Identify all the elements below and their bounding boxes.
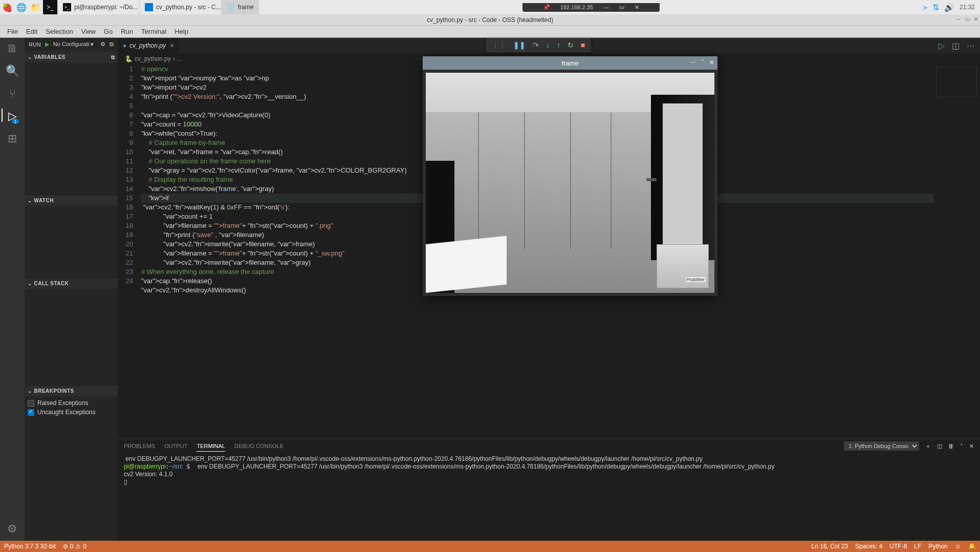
extensions-icon[interactable]: ⊞	[8, 132, 17, 145]
checkbox-unchecked-icon[interactable]	[28, 400, 34, 407]
debug-config-dropdown[interactable]: No Configurati ▾	[53, 41, 94, 48]
collapse-icon[interactable]: ⧉	[111, 54, 115, 60]
clock-label[interactable]: 21:32	[960, 4, 975, 11]
taskbar-left: 🍓 🌐 📁 >_ >_ pi@raspberrypi: ~/Do... cv_p…	[0, 0, 259, 14]
bluetooth-icon[interactable]: ᚛	[923, 3, 927, 12]
explorer-icon[interactable]: 🗎	[7, 42, 18, 55]
tab-label: cv_python.py	[129, 42, 166, 49]
debug-popout-icon[interactable]: ⧉	[110, 41, 114, 48]
start-debug-icon[interactable]: ▶	[45, 41, 49, 48]
panel-tab-output[interactable]: OUTPUT	[164, 441, 187, 451]
section-callstack-header[interactable]: ⌄CALL STACK	[25, 278, 118, 289]
volume-icon[interactable]: 🔊	[944, 3, 954, 12]
pause-icon[interactable]: ❚❚	[513, 41, 526, 49]
vnc-pin-icon[interactable]: 📌	[543, 4, 550, 11]
more-actions-icon[interactable]: ⋯	[967, 41, 975, 51]
run-debug-icon[interactable]: ▷1	[8, 110, 17, 123]
source-control-icon[interactable]: ⑂	[9, 87, 16, 100]
restart-icon[interactable]: ↻	[568, 41, 574, 49]
tab-close-icon[interactable]: ✕	[169, 42, 174, 49]
status-python-version[interactable]: Python 3.7.3 32-bit	[4, 543, 56, 550]
frame-minimize-icon[interactable]: ﹀	[690, 59, 696, 68]
debug-settings-icon[interactable]: ⚙	[100, 41, 105, 48]
panel-tabs: PROBLEMS OUTPUT TERMINAL DEBUG CONSOLE 1…	[118, 439, 980, 453]
minimap[interactable]	[934, 65, 980, 438]
terminal-selector[interactable]: 1: Python Debug Conso	[844, 441, 919, 451]
raspberry-menu-icon[interactable]: 🍓	[0, 0, 14, 14]
menu-selection[interactable]: Selection	[41, 26, 77, 37]
menu-edit[interactable]: Edit	[22, 26, 41, 37]
search-icon[interactable]: 🔍	[6, 65, 19, 78]
panel-tab-debugconsole[interactable]: DEBUG CONSOLE	[234, 441, 284, 451]
status-eol[interactable]: LF	[914, 543, 921, 550]
step-over-icon[interactable]: ↷	[533, 41, 539, 49]
breadcrumb-more[interactable]: ...	[177, 55, 182, 62]
menu-go[interactable]: Go	[100, 26, 117, 37]
debug-toolbar[interactable]: ⋮⋮ ❚❚ ↷ ↓ ↑ ↻ ■	[486, 38, 591, 52]
step-out-icon[interactable]: ↑	[557, 41, 560, 49]
menu-file[interactable]: File	[3, 26, 22, 37]
frame-close-icon[interactable]: ✕	[709, 59, 714, 68]
kill-terminal-icon[interactable]: 🗑	[948, 443, 954, 449]
terminal-launcher-icon[interactable]: >_	[43, 0, 57, 14]
window-maximize-icon[interactable]: ▭	[965, 16, 970, 24]
panel-tab-terminal[interactable]: TERMINAL	[197, 441, 225, 452]
section-variables-header[interactable]: ⌄VARIABLES ⧉	[25, 51, 118, 62]
taskbar-window-terminal[interactable]: >_ pi@raspberrypi: ~/Do...	[57, 0, 139, 14]
minimap-content	[936, 67, 977, 97]
step-into-icon[interactable]: ↓	[546, 41, 550, 49]
vnc-minimize-icon[interactable]: —	[603, 4, 609, 10]
status-language[interactable]: Python	[928, 543, 947, 550]
editor-tab-cvpython[interactable]: ● cv_python.py ✕	[118, 38, 180, 53]
section-callstack-body	[25, 289, 118, 385]
new-terminal-icon[interactable]: ＋	[925, 442, 931, 450]
breadcrumb-separator-icon: ›	[173, 55, 175, 62]
menu-view[interactable]: View	[77, 26, 100, 37]
taskbar-window-frame[interactable]: frame	[221, 0, 259, 14]
panel-tab-problems[interactable]: PROBLEMS	[124, 441, 155, 451]
prompt-path: ~/src	[169, 463, 183, 470]
terminal-icon: >_	[63, 3, 71, 11]
frame-maximize-icon[interactable]: ˄	[701, 59, 704, 68]
stop-icon[interactable]: ■	[581, 41, 585, 49]
breadcrumb-file[interactable]: cv_python.py	[135, 55, 171, 62]
section-breakpoints-header[interactable]: ⌄BREAKPOINTS	[25, 385, 118, 396]
window-close-icon[interactable]: ✕	[974, 16, 978, 24]
menu-terminal[interactable]: Terminal	[137, 26, 170, 37]
close-panel-icon[interactable]: ✕	[969, 443, 974, 450]
status-errors[interactable]: ⊘ 0 ⚠ 0	[63, 543, 86, 550]
section-watch-header[interactable]: ⌄WATCH	[25, 195, 118, 206]
section-breakpoints-body: Raised Exceptions Uncaught Exceptions	[25, 396, 118, 419]
opencv-frame-title: frame	[561, 59, 578, 67]
status-notifications-icon[interactable]: 🔔	[968, 543, 976, 550]
run-file-icon[interactable]: ▷	[939, 41, 945, 51]
breakpoint-uncaught[interactable]: Uncaught Exceptions	[28, 408, 115, 417]
terminal-body[interactable]: env DEBUGPY_LAUNCHER_PORT=45277 /usr/bin…	[118, 453, 980, 541]
split-terminal-icon[interactable]: ◫	[937, 443, 942, 450]
status-indentation[interactable]: Spaces: 4	[855, 543, 882, 550]
taskbar-window-vscode[interactable]: cv_python.py - src - C...	[139, 0, 221, 14]
network-icon[interactable]: ⇅	[932, 3, 939, 12]
breakpoint-raised[interactable]: Raised Exceptions	[28, 398, 115, 408]
opencv-frame-window[interactable]: frame ﹀ ˄ ✕ Praktiker	[423, 56, 717, 296]
status-feedback-icon[interactable]: ☺	[955, 543, 961, 550]
status-cursor-position[interactable]: Ln 16, Col 23	[812, 543, 848, 550]
split-editor-icon[interactable]: ◫	[952, 41, 960, 51]
vnc-close-icon[interactable]: ✕	[635, 4, 639, 11]
taskbar-tray: ᚛ ⇅ 🔊 21:32	[923, 3, 980, 12]
menu-run[interactable]: Run	[117, 26, 137, 37]
drag-grip-icon[interactable]: ⋮⋮	[492, 41, 506, 49]
opencv-frame-titlebar[interactable]: frame ﹀ ˄ ✕	[423, 56, 717, 70]
window-titlebar[interactable]: cv_python.py - src - Code - OSS (headmel…	[0, 14, 980, 26]
settings-gear-icon[interactable]: ⚙	[7, 522, 17, 536]
window-minimize-icon[interactable]: ﹀	[956, 16, 961, 24]
status-encoding[interactable]: UTF-8	[889, 543, 907, 550]
checkbox-checked-icon[interactable]	[28, 409, 34, 416]
maximize-panel-icon[interactable]: ˄	[960, 443, 963, 450]
file-manager-icon[interactable]: 📁	[29, 0, 43, 14]
menu-help[interactable]: Help	[170, 26, 192, 37]
vnc-maximize-icon[interactable]: ▭	[619, 4, 624, 11]
taskbar-center: 📌 192.168.2.35 — ▭ ✕	[259, 3, 923, 12]
web-browser-icon[interactable]: 🌐	[14, 0, 29, 14]
vnc-toolbar[interactable]: 📌 192.168.2.35 — ▭ ✕	[522, 3, 660, 12]
